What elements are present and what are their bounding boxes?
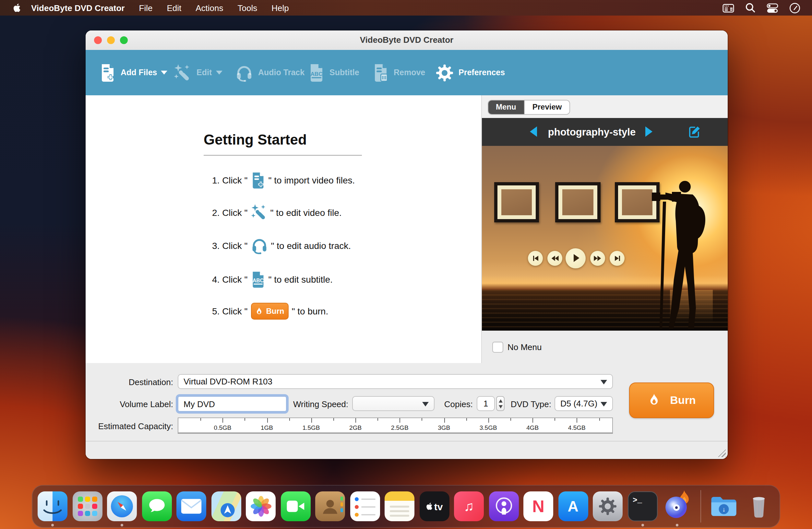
- capacity-tick: [510, 418, 511, 421]
- toolbar-label-edit: Edit: [197, 68, 212, 77]
- dock-item-messages[interactable]: [142, 491, 172, 521]
- capacity-tick: [311, 418, 312, 423]
- step-text: " to edit subtitle.: [269, 274, 333, 284]
- preferences-button[interactable]: Preferences: [436, 50, 505, 95]
- add-files-button[interactable]: Add Files: [100, 50, 168, 95]
- dock-item-app-store[interactable]: A: [558, 491, 588, 521]
- copies-stepper[interactable]: [496, 396, 505, 411]
- dock-item-maps[interactable]: [211, 491, 241, 521]
- dock-item-facetime[interactable]: [280, 491, 310, 521]
- safari-icon: [107, 491, 137, 521]
- destination-value: Virtual DVD-ROM R103: [184, 377, 272, 386]
- window-title-bar[interactable]: VideoByte DVD Creator: [86, 30, 728, 50]
- keyboard-switcher-icon[interactable]: [723, 2, 734, 13]
- remove-button[interactable]: Remove: [373, 50, 425, 95]
- menu-tools[interactable]: Tools: [238, 3, 258, 13]
- menu-help[interactable]: Help: [272, 3, 289, 13]
- capacity-tick: [466, 418, 467, 421]
- dock-item-trash[interactable]: [743, 491, 773, 521]
- facetime-icon: [280, 491, 310, 521]
- capacity-tick: [223, 418, 223, 423]
- dvd-menu-preview[interactable]: [481, 146, 728, 330]
- previous-template-icon[interactable]: [530, 127, 537, 137]
- no-menu-label: No Menu: [508, 342, 542, 352]
- no-menu-checkbox[interactable]: [492, 341, 503, 352]
- next-template-icon[interactable]: [645, 127, 652, 137]
- gear-icon: [436, 64, 453, 82]
- resize-grip[interactable]: [718, 449, 726, 457]
- volume-label-input[interactable]: My DVD: [178, 396, 287, 412]
- dock-item-music[interactable]: ♫: [454, 491, 484, 521]
- dock-item-terminal[interactable]: >_: [627, 491, 657, 521]
- menu-actions[interactable]: Actions: [195, 3, 223, 13]
- getting-started-step-4: 4. Click " " to edit subtitle.: [212, 271, 333, 288]
- headphones-icon: [235, 64, 253, 82]
- app-store-icon: A: [558, 491, 588, 521]
- getting-started-title: Getting Started: [204, 132, 307, 148]
- dock-item-photos[interactable]: [246, 491, 276, 521]
- getting-started-step-3: 3. Click " " to edit audio track.: [212, 237, 351, 254]
- audio-track-button[interactable]: Audio Track: [235, 50, 304, 95]
- writing-speed-dropdown[interactable]: [352, 396, 435, 411]
- menu-edit[interactable]: Edit: [167, 3, 181, 13]
- capacity-tick: [533, 418, 533, 423]
- dock-item-notes[interactable]: [385, 491, 415, 521]
- rewind-button[interactable]: [547, 251, 562, 265]
- skip-back-button[interactable]: [528, 251, 543, 265]
- add-files-icon: [100, 63, 115, 82]
- menu-bar-app-name[interactable]: VideoByte DVD Creator: [31, 3, 125, 13]
- burn-button[interactable]: Burn: [629, 382, 714, 418]
- dock-item-safari[interactable]: [107, 491, 137, 521]
- dock-item-news[interactable]: N: [523, 491, 553, 521]
- dvd-type-label: DVD Type:: [507, 399, 551, 409]
- trash-icon: [750, 495, 768, 519]
- destination-dropdown[interactable]: Virtual DVD-ROM R103: [178, 374, 613, 389]
- window-footer: [86, 441, 728, 459]
- dock-item-system-settings[interactable]: [593, 491, 623, 521]
- stepper-up-icon[interactable]: [498, 399, 502, 402]
- dock-item-finder[interactable]: [38, 491, 68, 521]
- skip-forward-button[interactable]: [610, 251, 625, 265]
- chevron-down-icon: [600, 402, 607, 406]
- dock-item-launchpad[interactable]: [72, 491, 102, 521]
- dock-separator: [700, 490, 701, 523]
- fast-forward-button[interactable]: [590, 251, 605, 265]
- capacity-tick: [488, 418, 489, 423]
- capacity-tick: [555, 418, 555, 421]
- edit-template-icon[interactable]: [688, 125, 701, 141]
- tab-menu[interactable]: Menu: [488, 101, 524, 114]
- capacity-tick: [200, 418, 201, 421]
- news-glyph: N: [523, 491, 553, 521]
- apple-menu-icon[interactable]: [12, 3, 21, 13]
- flame-icon: [255, 307, 264, 315]
- dock-item-videobyte-dvd-creator[interactable]: [662, 491, 692, 521]
- edit-button[interactable]: Edit: [174, 50, 222, 95]
- dock-item-reminders[interactable]: [350, 491, 380, 521]
- dock-item-tv[interactable]: tv: [419, 491, 449, 521]
- dock-item-mail[interactable]: [176, 491, 206, 521]
- step-text: " to burn.: [292, 306, 329, 317]
- stepper-down-icon[interactable]: [498, 405, 502, 408]
- mail-icon: [176, 491, 206, 521]
- subtitle-doc-icon: [251, 271, 265, 288]
- dock-item-downloads[interactable]: ↓: [709, 491, 739, 521]
- tab-preview[interactable]: Preview: [524, 101, 570, 114]
- messages-icon: [142, 491, 172, 521]
- getting-started-step-2: 2. Click " " to edit video file.: [212, 204, 342, 220]
- search-icon[interactable]: [745, 3, 756, 13]
- menu-preview-tabs: Menu Preview: [488, 100, 570, 115]
- play-button[interactable]: [566, 248, 586, 268]
- step-text: 3. Click ": [212, 240, 248, 251]
- chevron-down-icon: [161, 71, 168, 75]
- no-menu-row: No Menu: [481, 330, 728, 363]
- control-center-icon[interactable]: [767, 2, 778, 13]
- capacity-tick: [577, 418, 578, 423]
- clock-icon[interactable]: [789, 2, 800, 13]
- copies-input[interactable]: 1: [477, 396, 495, 411]
- dock-item-podcasts[interactable]: [489, 491, 519, 521]
- news-icon: N: [523, 491, 553, 521]
- dock-item-contacts[interactable]: [315, 491, 345, 521]
- dvd-type-dropdown[interactable]: D5 (4.7G): [554, 396, 613, 411]
- menu-file[interactable]: File: [139, 3, 153, 13]
- subtitle-button[interactable]: Subtitle: [309, 50, 359, 95]
